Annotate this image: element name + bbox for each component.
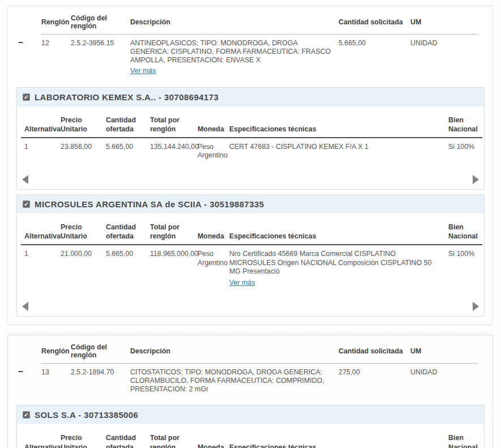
renglon-13-section: Renglón Código del renglón Descripción C… xyxy=(7,335,493,448)
offer-header-row: Alternativa Precio Unitario Cantidad ofe… xyxy=(21,109,482,138)
supplier-title: SOLS S.A - 30713385006 xyxy=(35,410,138,420)
col-header-moneda: Moneda xyxy=(194,426,226,448)
checked-checkbox-icon[interactable]: ✔ xyxy=(23,93,30,101)
renglon-12-section: Renglón Código del renglón Descripción C… xyxy=(7,6,493,325)
col-header-codigo: Código del renglón xyxy=(71,335,130,364)
col-header-bien-nacional: Bien Nacional xyxy=(445,426,482,448)
renglon-summary-table: Renglón Código del renglón Descripción C… xyxy=(8,6,478,78)
col-header-um: UM xyxy=(410,335,478,364)
supplier-box-microsules: ✔ MICROSULES ARGENTINA SA de SCIIA - 305… xyxy=(16,194,485,317)
renglon-cantidad-solicitada: 275,00 xyxy=(339,364,410,396)
col-header-especificaciones: Especificaciones técnicas xyxy=(226,426,445,448)
supplier-header-sols[interactable]: ✔ SOLS S.A - 30713385006 xyxy=(17,406,484,424)
offer-row: 1 23.856,00 5.665,00 135.144.240,00 Peso… xyxy=(21,138,482,166)
renglon-row: – 13 2.5.2-1894.70 CITOSTATICOS; TIPO: M… xyxy=(8,364,478,396)
scroll-right-icon[interactable] xyxy=(473,302,479,311)
renglon-um: UNIDAD xyxy=(410,35,478,78)
col-header-precio: Precio Unitario xyxy=(57,216,102,245)
ver-mas-link[interactable]: Ver más xyxy=(229,279,255,288)
col-header-codigo: Código del renglón xyxy=(71,6,130,35)
offer-especificaciones: CERT 47683 - CISPLATINO KEMEX F/A X 1 xyxy=(226,138,445,166)
col-header-alternativa: Alternativa xyxy=(21,109,57,138)
renglon-numero: 13 xyxy=(41,364,71,396)
supplier-header-microsules[interactable]: ✔ MICROSULES ARGENTINA SA de SCIIA - 305… xyxy=(17,195,484,214)
offer-precio-unitario: 21.000,00 xyxy=(57,245,102,293)
offer-total-por-renglon: 118.965.000,00 xyxy=(147,245,194,293)
offer-bien-nacional: Si 100% xyxy=(445,138,482,166)
renglon-descripcion: ANTINEOPLASICOS; TIPO: MONODROGA, DROGA … xyxy=(130,39,331,64)
supplier-title: MICROSULES ARGENTINA SA de SCIIA - 30519… xyxy=(35,199,264,209)
col-header-cantidad: Cantidad solicitada xyxy=(339,6,410,35)
supplier-box-sols: ✔ SOLS S.A - 30713385006 Alternativa Pre… xyxy=(16,405,485,448)
offer-row: 1 21.000,00 5.665,00 118.965.000,00 Peso… xyxy=(21,245,482,293)
col-header-especificaciones: Especificaciones técnicas xyxy=(226,216,445,245)
ver-mas-link[interactable]: Ver más xyxy=(130,67,156,75)
col-header-descripcion: Descripción xyxy=(130,335,339,364)
col-header-renglon: Renglón xyxy=(41,335,71,364)
renglon-header-row: Renglón Código del renglón Descripción C… xyxy=(8,335,478,364)
renglon-codigo: 2.5.2-3956.15 xyxy=(71,35,130,78)
supplier-title: LABORATORIO KEMEX S.A.. - 30708694173 xyxy=(35,92,219,102)
offer-cantidad-ofertada: 5.665,00 xyxy=(102,138,147,166)
offer-table-kemex: Alternativa Precio Unitario Cantidad ofe… xyxy=(21,109,482,166)
offer-table-microsules: Alternativa Precio Unitario Cantidad ofe… xyxy=(21,216,482,293)
col-header-renglon: Renglón xyxy=(41,6,71,35)
col-header-total: Total por renglón xyxy=(147,216,194,245)
offer-cantidad-ofertada: 5.665,00 xyxy=(102,245,147,293)
offers-page: Renglón Código del renglón Descripción C… xyxy=(7,6,493,448)
horizontal-scroll-row xyxy=(17,166,484,189)
offer-bien-nacional: Si 100% xyxy=(445,245,482,293)
col-header-cantidad-ofertada: Cantidad ofertada xyxy=(102,426,147,448)
offer-header-row: Alternativa Precio Unitario Cantidad ofe… xyxy=(21,216,482,245)
renglon-header-row: Renglón Código del renglón Descripción C… xyxy=(8,6,478,35)
renglon-row: – 12 2.5.2-3956.15 ANTINEOPLASICOS; TIPO… xyxy=(8,35,478,78)
checked-checkbox-icon[interactable]: ✔ xyxy=(23,411,30,419)
gutter-cell xyxy=(8,335,41,364)
offer-alternativa: 1 xyxy=(21,245,57,293)
col-header-especificaciones: Especificaciones técnicas xyxy=(226,109,445,138)
col-header-moneda: Moneda xyxy=(194,109,226,138)
col-header-total: Total por renglón xyxy=(147,109,194,138)
supplier-box-kemex: ✔ LABORATORIO KEMEX S.A.. - 30708694173 … xyxy=(16,87,485,190)
col-header-cantidad-ofertada: Cantidad ofertada xyxy=(102,216,147,245)
scroll-left-icon[interactable] xyxy=(22,175,28,184)
renglon-um: UNIDAD xyxy=(410,364,478,396)
col-header-alternativa: Alternativa xyxy=(21,426,57,448)
collapse-row-button[interactable]: – xyxy=(8,368,23,375)
col-header-bien-nacional: Bien Nacional xyxy=(445,216,482,245)
offer-table-sols: Alternativa Precio Unitario Cantidad ofe… xyxy=(21,426,482,448)
offer-especificaciones: Nro Certificado 45669 Marca Comercial CI… xyxy=(229,250,431,275)
renglon-codigo: 2.5.2-1894.70 xyxy=(71,364,130,396)
collapse-row-button[interactable]: – xyxy=(8,39,23,46)
col-header-cantidad-ofertada: Cantidad ofertada xyxy=(102,109,147,138)
col-header-precio: Precio Unitario xyxy=(57,426,102,448)
renglon-descripcion: CITOSTATICOS; TIPO: MONODROGA, DROGA GEN… xyxy=(130,364,339,396)
checked-checkbox-icon[interactable]: ✔ xyxy=(23,200,30,208)
scroll-right-icon[interactable] xyxy=(473,175,479,184)
col-header-um: UM xyxy=(410,6,478,35)
col-header-alternativa: Alternativa xyxy=(21,216,57,245)
offer-header-row: Alternativa Precio Unitario Cantidad ofe… xyxy=(21,426,482,448)
col-header-cantidad: Cantidad solicitada xyxy=(339,335,410,364)
renglon-summary-table: Renglón Código del renglón Descripción C… xyxy=(8,335,478,396)
offer-moneda: Peso Argentino xyxy=(194,138,226,166)
col-header-precio: Precio Unitario xyxy=(57,109,102,138)
offer-moneda: Peso Argentino xyxy=(194,245,226,293)
offer-total-por-renglon: 135.144.240,00 xyxy=(147,138,194,166)
scroll-left-icon[interactable] xyxy=(22,302,28,311)
horizontal-scroll-row xyxy=(17,293,484,316)
col-header-bien-nacional: Bien Nacional xyxy=(445,109,482,138)
supplier-header-kemex[interactable]: ✔ LABORATORIO KEMEX S.A.. - 30708694173 xyxy=(17,88,484,106)
col-header-descripcion: Descripción xyxy=(130,6,339,35)
offer-precio-unitario: 23.856,00 xyxy=(57,138,102,166)
renglon-numero: 12 xyxy=(41,35,71,78)
offer-alternativa: 1 xyxy=(21,138,57,166)
renglon-cantidad-solicitada: 5.665,00 xyxy=(339,35,410,78)
gutter-cell xyxy=(8,6,41,35)
col-header-total: Total por renglón xyxy=(147,426,194,448)
col-header-moneda: Moneda xyxy=(194,216,226,245)
